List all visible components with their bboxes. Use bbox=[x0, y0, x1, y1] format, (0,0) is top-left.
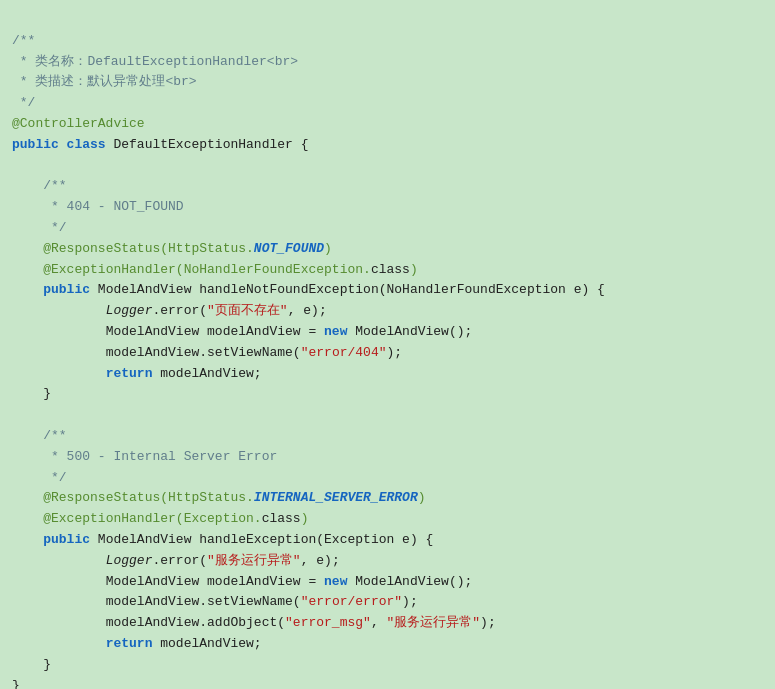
comment-block-500: /** * 500 - Internal Server Error */ bbox=[12, 428, 277, 485]
method-not-found: public ModelAndView handleNotFoundExcept… bbox=[43, 282, 605, 297]
controller-advice-annotation: @ControllerAdvice bbox=[12, 116, 145, 131]
add-object-500: modelAndView.addObject("error_msg", "服务运… bbox=[74, 615, 495, 630]
response-status-404: @ResponseStatus(HttpStatus.NOT_FOUND) bbox=[43, 241, 332, 256]
return-404: return modelAndView; bbox=[74, 366, 261, 381]
set-view-name-404: modelAndView.setViewName("error/404"); bbox=[74, 345, 402, 360]
set-view-name-500: modelAndView.setViewName("error/error"); bbox=[74, 594, 417, 609]
logger-404: Logger.error("页面不存在", e); bbox=[74, 303, 326, 318]
model-view-declare-500: ModelAndView modelAndView = new ModelAnd… bbox=[74, 574, 472, 589]
exception-handler-500: @ExceptionHandler(Exception.class) bbox=[43, 511, 308, 526]
return-500: return modelAndView; bbox=[74, 636, 261, 651]
exception-handler-404: @ExceptionHandler(NoHandlerFoundExceptio… bbox=[43, 262, 417, 277]
model-view-declare-404: ModelAndView modelAndView = new ModelAnd… bbox=[74, 324, 472, 339]
comment-block-1: /** * 类名称：DefaultExceptionHandler<br> * … bbox=[12, 33, 298, 110]
response-status-500: @ResponseStatus(HttpStatus.INTERNAL_SERV… bbox=[43, 490, 425, 505]
method-exception: public ModelAndView handleException(Exce… bbox=[43, 532, 433, 547]
class-declaration: public class DefaultExceptionHandler { bbox=[12, 137, 308, 152]
comment-block-404: /** * 404 - NOT_FOUND */ bbox=[12, 178, 184, 235]
code-container: /** * 类名称：DefaultExceptionHandler<br> * … bbox=[12, 10, 763, 689]
logger-500: Logger.error("服务运行异常", e); bbox=[74, 553, 339, 568]
